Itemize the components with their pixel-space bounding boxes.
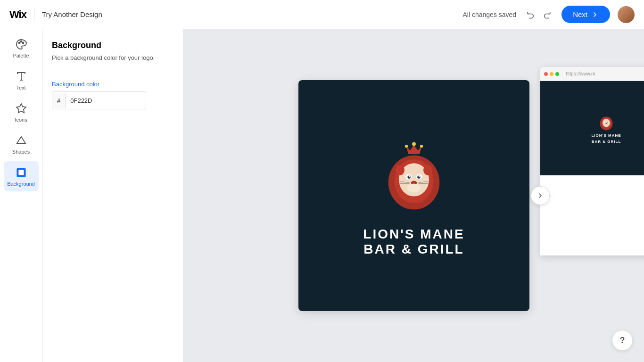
svg-point-34 (605, 122, 606, 123)
svg-point-15 (396, 165, 405, 175)
next-nav-arrow[interactable] (531, 186, 550, 205)
header-divider (34, 8, 34, 21)
color-input-row: # (52, 91, 146, 109)
panel-divider (52, 71, 174, 71)
shapes-icon (15, 134, 28, 147)
logo-text-container: LION'S MANE BAR & GRILL (363, 227, 464, 257)
browser-url: https://www.m (566, 71, 595, 76)
svg-marker-5 (17, 104, 26, 113)
svg-point-28 (407, 183, 421, 192)
svg-point-9 (412, 142, 416, 146)
header: Wix Try Another Design All changes saved… (0, 0, 644, 29)
main-canvas: LION'S MANE BAR & GRILL https://www.m (184, 29, 644, 362)
background-panel: Background Pick a background color for y… (42, 29, 184, 362)
svg-marker-8 (406, 145, 421, 154)
logo-card: LION'S MANE BAR & GRILL (298, 80, 529, 311)
sidebar-icons-label: Icons (15, 117, 27, 123)
browser-bar: https://www.m (540, 67, 644, 81)
sidebar-item-text[interactable]: Text (4, 65, 39, 95)
svg-point-36 (605, 123, 607, 124)
svg-point-2 (22, 42, 24, 44)
svg-point-1 (20, 41, 22, 42)
svg-point-22 (419, 176, 420, 177)
next-button[interactable]: Next (561, 6, 610, 23)
svg-point-35 (607, 122, 608, 123)
icons-icon (15, 102, 28, 115)
dot-yellow (550, 72, 553, 76)
sidebar-palette-label: Palette (13, 53, 29, 58)
svg-point-10 (405, 145, 408, 148)
user-avatar[interactable] (618, 6, 635, 23)
logo-line2: BAR & GRILL (363, 242, 464, 257)
sidebar-item-background[interactable]: Background (4, 161, 39, 191)
palette-icon (15, 38, 28, 51)
sidebar-item-shapes[interactable]: Shapes (4, 129, 39, 159)
svg-rect-7 (19, 170, 24, 175)
logo-line1: LION'S MANE (363, 227, 464, 242)
preview-content: LION'S MANE BAR & GRILL (540, 81, 644, 175)
panel-title: Background (52, 41, 174, 50)
sidebar-shapes-label: Shapes (12, 149, 30, 155)
svg-point-11 (420, 145, 423, 148)
lion-svg (376, 139, 452, 214)
preview-lion-icon (597, 113, 616, 132)
sidebar-item-icons[interactable]: Icons (4, 97, 39, 127)
saved-status: All changes saved (463, 11, 517, 18)
svg-point-0 (18, 42, 20, 44)
sidebar-item-palette[interactable]: Palette (4, 33, 39, 63)
panel-subtitle: Pick a background color for your logo. (52, 54, 174, 61)
dot-green (555, 72, 559, 76)
sidebar-background-label: Background (7, 181, 35, 187)
background-icon (15, 166, 28, 179)
color-label: Background color (52, 81, 174, 88)
text-icon (15, 70, 28, 83)
header-right: All changes saved Next (463, 6, 635, 23)
preview-text-2: BAR & GRILL (592, 140, 621, 144)
lion-icon (372, 134, 456, 219)
icon-sidebar: Palette Text Icons (0, 29, 42, 362)
undo-button[interactable] (524, 8, 538, 22)
hash-symbol: # (52, 93, 66, 108)
color-value-input[interactable] (66, 93, 146, 108)
sidebar-text-label: Text (16, 85, 25, 90)
svg-point-21 (409, 176, 410, 177)
next-arrow-icon (591, 11, 599, 18)
preview-logo-mini: LION'S MANE BAR & GRILL (591, 113, 621, 144)
browser-dots (544, 72, 559, 76)
wix-logo: Wix (9, 8, 26, 21)
help-button[interactable]: ? (612, 330, 633, 351)
dot-red (544, 72, 548, 76)
chevron-right-icon (537, 192, 544, 199)
preview-browser: https://www.m LION'S MANE BAR & (540, 67, 644, 255)
undo-redo-group (524, 8, 554, 22)
preview-text-1: LION'S MANE (591, 133, 621, 138)
svg-point-16 (423, 165, 432, 175)
svg-point-31 (603, 119, 610, 127)
header-title: Try Another Design (42, 10, 102, 18)
redo-button[interactable] (540, 8, 554, 22)
body-layout: Palette Text Icons (0, 29, 644, 362)
